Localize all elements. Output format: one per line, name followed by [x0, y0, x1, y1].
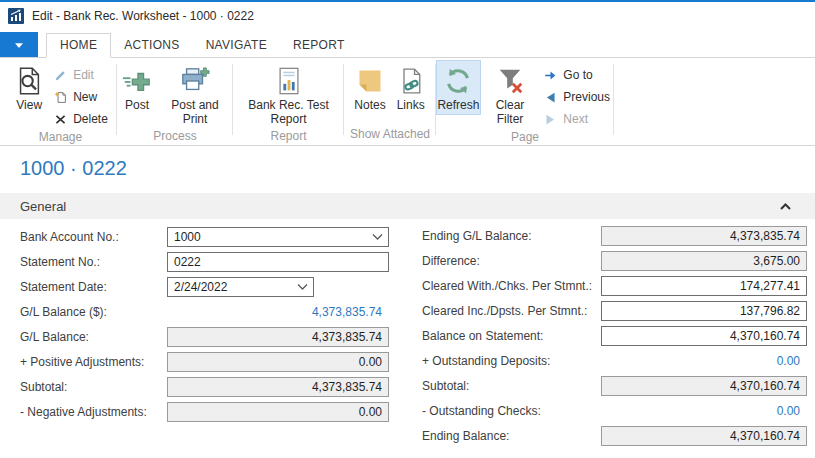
- field-row: Cleared With./Chks. Per Stmnt.:: [422, 276, 807, 296]
- previous-triangle-icon: [543, 91, 557, 104]
- post-button[interactable]: Post: [117, 60, 157, 115]
- outstanding-checks-link[interactable]: 0.00: [601, 404, 807, 418]
- field-label: + Outstanding Deposits:: [422, 354, 601, 368]
- field-label: Cleared With./Chks. Per Stmnt.:: [422, 279, 601, 293]
- field-label: Subtotal:: [422, 379, 601, 393]
- bank-rec-test-report-label: Bank Rec. Test Report: [242, 98, 336, 126]
- tab-home[interactable]: HOME: [46, 33, 111, 58]
- general-section-header[interactable]: General: [0, 193, 815, 219]
- chevron-down-icon[interactable]: [297, 284, 308, 291]
- tab-actions[interactable]: ACTIONS: [111, 34, 192, 57]
- balance-on-statement-input[interactable]: [602, 327, 806, 345]
- positive-adjustments-value: 0.00: [168, 355, 388, 369]
- delete-button[interactable]: Delete: [49, 108, 112, 130]
- ribbon-group-page: Refresh Clear Filter Go to: [436, 58, 614, 145]
- post-and-print-button[interactable]: Post and Print: [157, 60, 233, 129]
- positive-adjustments-field: 0.00: [167, 352, 389, 372]
- field-label: Subtotal:: [20, 380, 167, 394]
- ribbon-group-process: Post Post and Print Process: [117, 58, 233, 145]
- printer-plus-icon: [180, 63, 210, 98]
- bank-account-no-input[interactable]: [168, 228, 388, 246]
- post-button-label: Post: [125, 98, 149, 112]
- pencil-icon: [53, 69, 67, 82]
- links-button-label: Links: [397, 98, 425, 112]
- statement-no-field[interactable]: [167, 252, 389, 272]
- chevron-up-icon[interactable]: [780, 203, 791, 210]
- previous-button[interactable]: Previous: [539, 86, 614, 108]
- tab-report[interactable]: REPORT: [280, 34, 358, 57]
- bar-chart-app-icon: [8, 8, 24, 24]
- subtotal-left-value: 4,373,835.74: [168, 380, 388, 394]
- field-row: + Outstanding Deposits: 0.00: [422, 351, 807, 371]
- field-row: G/L Balance ($): 4,373,835.74: [20, 302, 389, 322]
- ending-gl-balance-value: 4,373,835.74: [602, 229, 806, 243]
- group-label-report: Report: [233, 129, 344, 145]
- cleared-deposits-field[interactable]: [601, 301, 807, 321]
- balance-on-statement-field[interactable]: [601, 326, 807, 346]
- next-button-label: Next: [563, 112, 588, 126]
- go-to-button[interactable]: Go to: [539, 64, 614, 86]
- ending-gl-balance-field: 4,373,835.74: [601, 226, 807, 246]
- subtotal-right-value: 4,370,160.74: [602, 379, 806, 393]
- statement-date-input[interactable]: [168, 278, 313, 296]
- statement-no-input[interactable]: [168, 253, 388, 271]
- ribbon-group-manage: View Edit New: [4, 58, 117, 145]
- cleared-withdrawals-input[interactable]: [602, 277, 806, 295]
- post-plus-icon: [122, 63, 152, 98]
- notes-button[interactable]: Notes: [349, 60, 390, 115]
- edit-button: Edit: [49, 64, 112, 86]
- view-button[interactable]: View: [9, 60, 49, 115]
- next-button: Next: [539, 108, 614, 130]
- new-button-label: New: [73, 90, 97, 104]
- report-chart-icon: [274, 63, 304, 98]
- general-left-column: Bank Account No.: Statement No.: Stateme…: [20, 227, 389, 427]
- cleared-deposits-input[interactable]: [602, 302, 806, 320]
- page-content: 1000 · 0222 General Bank Account No.: St…: [0, 147, 815, 458]
- go-to-button-label: Go to: [563, 68, 592, 82]
- general-section-label: General: [20, 199, 66, 214]
- app-menu-button[interactable]: [0, 32, 38, 57]
- gl-balance-field: 4,373,835.74: [167, 327, 389, 347]
- field-label: G/L Balance:: [20, 330, 167, 344]
- gl-balance-dollar-link[interactable]: 4,373,835.74: [167, 305, 389, 319]
- link-document-icon: [397, 63, 425, 98]
- new-button[interactable]: New: [49, 86, 112, 108]
- delete-button-label: Delete: [73, 112, 108, 126]
- field-row: Ending Balance: 4,370,160.74: [422, 426, 807, 446]
- difference-field: 3,675.00: [601, 251, 807, 271]
- title-bar: Edit - Bank Rec. Worksheet - 1000 · 0222: [0, 2, 815, 30]
- field-row: Balance on Statement:: [422, 326, 807, 346]
- post-and-print-button-label: Post and Print: [162, 98, 228, 126]
- clear-filter-icon: [495, 63, 525, 98]
- ribbon: View Edit New: [0, 58, 815, 146]
- dropdown-triangle-icon: [14, 38, 24, 52]
- bank-account-no-field[interactable]: [167, 227, 389, 247]
- field-row: Cleared Inc./Dpsts. Per Stmnt.:: [422, 301, 807, 321]
- field-label: Statement Date:: [20, 280, 167, 294]
- group-label-manage: Manage: [4, 130, 117, 145]
- field-row: - Negative Adjustments: 0.00: [20, 402, 389, 422]
- links-button[interactable]: Links: [391, 60, 431, 115]
- statement-date-field[interactable]: [167, 277, 314, 297]
- field-row: Subtotal: 4,373,835.74: [20, 377, 389, 397]
- chevron-down-icon[interactable]: [372, 234, 383, 241]
- outstanding-deposits-link[interactable]: 0.00: [601, 354, 807, 368]
- cleared-withdrawals-field[interactable]: [601, 276, 807, 296]
- next-triangle-icon: [543, 113, 557, 126]
- ribbon-group-report: Bank Rec. Test Report Report: [233, 58, 344, 145]
- field-row: Ending G/L Balance: 4,373,835.74: [422, 226, 807, 246]
- group-label-show-attached: Show Attached: [344, 127, 436, 145]
- difference-value: 3,675.00: [602, 254, 806, 268]
- tab-navigate[interactable]: NAVIGATE: [193, 34, 280, 57]
- field-label: + Positive Adjustments:: [20, 355, 167, 369]
- ending-balance-field: 4,370,160.74: [601, 426, 807, 446]
- refresh-button[interactable]: Refresh: [436, 60, 481, 115]
- clear-filter-button[interactable]: Clear Filter: [481, 60, 540, 129]
- bank-rec-test-report-button[interactable]: Bank Rec. Test Report: [237, 60, 341, 129]
- field-row: Difference: 3,675.00: [422, 251, 807, 271]
- view-document-search-icon: [14, 63, 44, 98]
- field-label: Balance on Statement:: [422, 329, 601, 343]
- field-row: Bank Account No.:: [20, 227, 389, 247]
- field-label: Cleared Inc./Dpsts. Per Stmnt.:: [422, 304, 601, 318]
- group-label-page: Page: [436, 130, 614, 145]
